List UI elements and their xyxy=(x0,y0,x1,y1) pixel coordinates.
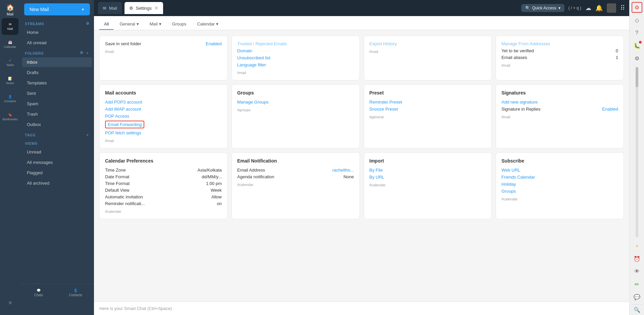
sidebar-contacts-button[interactable]: 👤 Contacts xyxy=(57,287,94,299)
mail-accounts-title: Mail accounts xyxy=(105,90,222,96)
folders-section-label: FOLDERS ⚙ ＋ xyxy=(20,48,94,57)
link-language-filter[interactable]: Language filter xyxy=(237,62,354,67)
views-section-label: VIEWS xyxy=(20,139,94,147)
folders-add-icon[interactable]: ＋ xyxy=(86,51,90,56)
link-holiday[interactable]: Holiday xyxy=(501,182,618,187)
link-groups[interactable]: Groups xyxy=(501,189,618,194)
settings-tab-groups[interactable]: Groups xyxy=(167,19,191,30)
scrollbar-thumb[interactable] xyxy=(636,67,638,87)
sidebar-item-all-messages[interactable]: All messages xyxy=(22,158,92,167)
tab-close-button[interactable]: ✕ xyxy=(154,5,158,11)
app-rail-mail[interactable]: ✉ Mail xyxy=(2,18,18,35)
link-by-url[interactable]: By URL xyxy=(369,175,486,180)
diamond-icon[interactable]: ◇ xyxy=(632,15,642,25)
pen-green-icon[interactable]: ✏ xyxy=(632,279,642,290)
settings-tab-calendar[interactable]: Calendar ▾ xyxy=(192,19,223,30)
settings-row-1: Save in sent folder Enabled #mail Truste… xyxy=(99,36,624,80)
link-export-history[interactable]: Export History xyxy=(369,41,486,46)
eye-icon[interactable]: 👁 xyxy=(632,266,642,277)
app-rail-menu[interactable]: ☰ xyxy=(2,294,18,311)
link-pop-fetch-settings[interactable]: POP fetch settings xyxy=(105,130,222,135)
notes-icon: 📝 xyxy=(8,77,12,80)
mail-tab-icon: ✉ xyxy=(103,6,106,11)
calendar-icon: 📅 xyxy=(8,41,12,44)
card-mail-accounts: Mail accounts Add POP3 account Add IMAP … xyxy=(99,84,228,148)
app-rail-tasks[interactable]: ✓ Tasks xyxy=(2,54,18,71)
tab-mail[interactable]: ✉ Mail xyxy=(98,2,122,14)
menu-icon: ☰ xyxy=(9,301,12,305)
settings-tab-all[interactable]: All xyxy=(99,19,113,30)
chevron-icon: ▾ xyxy=(137,21,139,26)
bug-icon[interactable]: 🐛 xyxy=(632,40,642,51)
card-signatures: Signatures Add new signature Signature i… xyxy=(496,84,624,148)
folders-settings-icon[interactable]: ⚙ xyxy=(80,51,84,56)
sidebar-item-trash[interactable]: Trash xyxy=(22,109,92,119)
sidebar-item-all-unread[interactable]: All unread xyxy=(22,38,92,48)
card-import: Import By File By URL #calendar xyxy=(364,152,492,219)
tab-settings[interactable]: ⚙ Settings ✕ xyxy=(125,2,163,14)
link-add-pop3[interactable]: Add POP3 account xyxy=(105,100,222,105)
link-domain[interactable]: Domain xyxy=(237,48,354,53)
smart-chat-bar[interactable]: Here is your Smart Chat (Ctrl+Space) xyxy=(94,302,629,315)
sidebar-item-flagged[interactable]: Flagged xyxy=(22,168,92,178)
link-friends-calendar[interactable]: Friends Calendar xyxy=(501,175,618,180)
link-trusted-rejected[interactable]: Trusted / Rejected Emails xyxy=(237,41,354,46)
sidebar-item-all-archived[interactable]: All archived xyxy=(22,178,92,188)
signatures-title: Signatures xyxy=(501,90,618,96)
bell-icon[interactable]: 🔔 xyxy=(595,4,603,12)
chat-red-icon[interactable]: 💬 xyxy=(632,292,642,302)
card-export: Export History #mail xyxy=(364,36,492,80)
settings2-icon[interactable]: ⚙ xyxy=(632,53,642,64)
cloud-icon[interactable]: ☁ xyxy=(585,4,591,12)
link-add-new-signature[interactable]: Add new signature xyxy=(501,100,618,105)
sidebar-item-home[interactable]: Home xyxy=(22,27,92,37)
settings-row-2: Mail accounts Add POP3 account Add IMAP … xyxy=(99,84,624,148)
sidebar-item-templates[interactable]: Templates xyxy=(22,78,92,88)
sidebar-chats-button[interactable]: 💬 Chats xyxy=(20,287,57,299)
tags-add-icon[interactable]: ＋ xyxy=(86,132,90,137)
search-bottom[interactable]: 🔍 xyxy=(631,304,643,313)
help-icon[interactable]: ? xyxy=(632,27,642,38)
sidebar-item-inbox[interactable]: Inbox xyxy=(22,57,92,67)
bookmarks-icon: 🔖 xyxy=(8,113,12,117)
settings-tab-icon: ⚙ xyxy=(129,6,133,11)
sidebar: New Mail ▼ STREAMS ⚙ Home All unread FOL… xyxy=(20,0,94,315)
save-sent-row: Save in sent folder Enabled xyxy=(105,41,222,46)
settings-tab-general[interactable]: General ▾ xyxy=(115,19,143,30)
user-avatar[interactable] xyxy=(607,3,616,13)
app-rail-notes[interactable]: 📝 Notes xyxy=(2,72,18,89)
link-web-url[interactable]: Web URL xyxy=(501,168,618,173)
streams-config-icon[interactable]: ⚙ xyxy=(86,21,90,26)
link-snooze-preset[interactable]: Snooze Preset xyxy=(369,107,486,112)
link-add-imap[interactable]: Add IMAP account xyxy=(105,107,222,112)
link-manage-groups[interactable]: Manage Groups xyxy=(237,100,354,105)
sidebar-item-unread[interactable]: Unread xyxy=(22,147,92,157)
app-rail-contacts[interactable]: 👤 Contacts xyxy=(2,90,18,107)
grid-icon[interactable]: ⠿ xyxy=(620,4,625,12)
scrollbar-track[interactable] xyxy=(636,67,638,237)
app-rail-bookmarks[interactable]: 🔖 Bookmarks xyxy=(2,109,18,125)
clock-red-icon[interactable]: ⏰ xyxy=(632,253,642,264)
link-pop-access[interactable]: POP Access xyxy=(105,114,222,119)
new-mail-button[interactable]: New Mail ▼ xyxy=(24,3,90,15)
sidebar-item-sent[interactable]: Sent xyxy=(22,88,92,98)
subscribe-title: Subscribe xyxy=(501,158,618,164)
sidebar-item-drafts[interactable]: Drafts xyxy=(22,68,92,77)
sidebar-item-spam[interactable]: Spam xyxy=(22,99,92,109)
link-manage-from-addresses[interactable]: Manage From Addresses xyxy=(501,41,618,46)
search-icon[interactable]: 🔍 xyxy=(634,307,640,313)
search-icon: 🔍 xyxy=(525,6,530,10)
settings-gear-icon[interactable]: ⚙ xyxy=(632,2,642,13)
topbar-right: 🔍 Quick Access ▾ ( / + q ) ☁ 🔔 ⠿ xyxy=(521,3,625,13)
quick-access-button[interactable]: 🔍 Quick Access ▾ xyxy=(521,4,564,12)
link-by-file[interactable]: By File xyxy=(369,168,486,173)
app-rail: 🏠 Mail ✉ Mail 📅 Calendar ✓ Tasks 📝 Notes… xyxy=(0,0,20,315)
settings-tab-mail[interactable]: Mail ▾ xyxy=(145,19,166,30)
card-calendar-preferences: Calendar Preferences Time Zone Asia/Kolk… xyxy=(99,152,228,219)
app-rail-calendar[interactable]: 📅 Calendar xyxy=(2,36,18,53)
plus-yellow-icon[interactable]: ＋ xyxy=(632,241,642,251)
link-unsubscribed-list[interactable]: Unsubscribed list xyxy=(237,55,354,60)
sidebar-item-outbox[interactable]: Outbox xyxy=(22,120,92,129)
link-reminder-preset[interactable]: Reminder Preset xyxy=(369,100,486,105)
link-email-forwarding[interactable]: Email Forwarding xyxy=(105,121,144,128)
